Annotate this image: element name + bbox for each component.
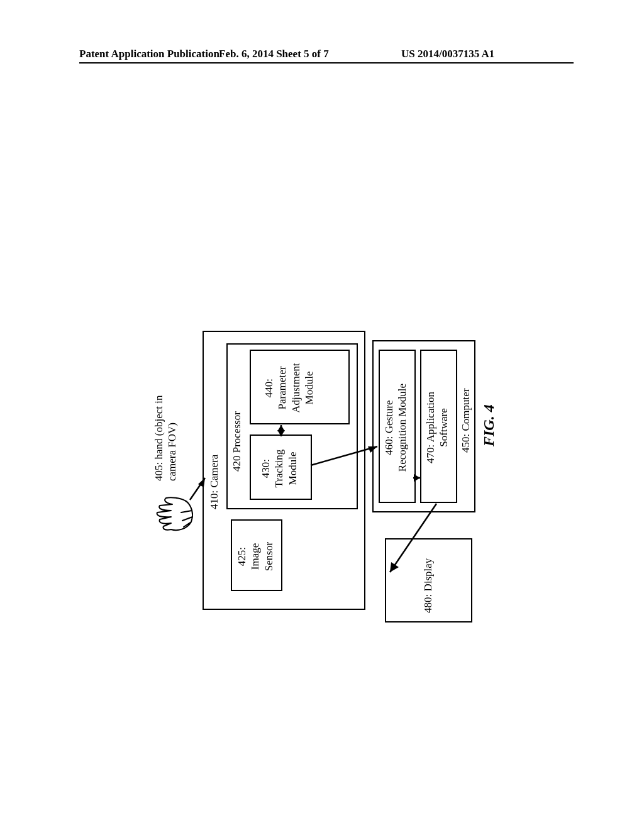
svg-marker-10 — [390, 562, 399, 572]
header-rule — [79, 62, 574, 64]
diagram-stage: 405: hand (object in camera FOV) 410: Ca… — [146, 195, 498, 635]
arrow-application-to-display — [146, 195, 498, 635]
header-left: Patent Application Publication — [79, 48, 219, 60]
header-center: Feb. 6, 2014 Sheet 5 of 7 — [219, 48, 329, 60]
header-right: US 2014/0037135 A1 — [401, 48, 494, 60]
svg-line-9 — [390, 504, 436, 572]
